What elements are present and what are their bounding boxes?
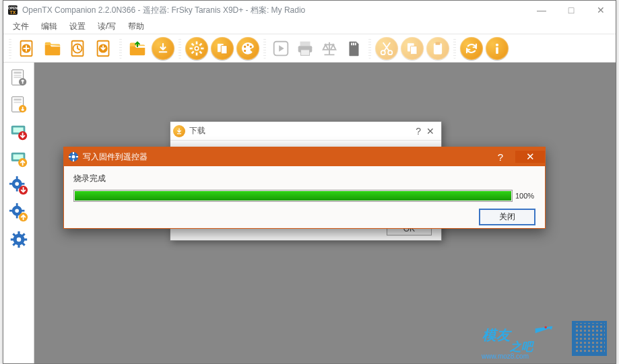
svg-rect-43 [13, 77, 21, 78]
flash-dialog-title: 写入固件到遥控器 [83, 151, 148, 163]
svg-rect-47 [13, 102, 21, 103]
menu-file[interactable]: 文件 [7, 20, 34, 34]
svg-rect-16 [191, 42, 195, 46]
svg-rect-37 [436, 42, 441, 44]
titlebar[interactable]: OPENTX OpenTX Companion 2.2.0N366 - 遥控器:… [3, 1, 616, 20]
flash-progress-bar [73, 190, 513, 202]
svg-rect-59 [21, 183, 24, 185]
download-dialog-help-button[interactable]: ? [416, 126, 421, 137]
new-model-button[interactable] [15, 37, 38, 60]
watermark-qr-code [572, 321, 607, 356]
svg-rect-64 [15, 215, 18, 219]
svg-rect-11 [196, 52, 198, 55]
download-dialog-close-button[interactable]: ✕ [426, 126, 434, 137]
toolbar-separator [178, 38, 181, 59]
left-palette [3, 63, 34, 363]
svg-rect-39 [496, 47, 498, 54]
svg-rect-41 [13, 72, 21, 74]
flash-dialog-close-x-button[interactable]: ✕ [515, 151, 545, 163]
palette-gear-up-icon[interactable] [7, 201, 30, 224]
toolbar-separator [453, 38, 456, 59]
toolbar-separator [368, 38, 371, 59]
flash-progress-fill [75, 191, 511, 201]
recent-button[interactable] [67, 37, 90, 60]
svg-point-22 [247, 44, 249, 46]
toolbar-separator [263, 38, 266, 59]
watermark-logo: 模友 之吧 www.moz8.com [478, 320, 558, 360]
svg-rect-63 [15, 203, 18, 207]
flash-dialog-titlebar[interactable]: 写入固件到遥控器 ? ✕ [64, 147, 545, 166]
minimize-button[interactable]: — [527, 1, 556, 20]
palette-flash-down-icon[interactable] [7, 120, 30, 143]
svg-rect-65 [9, 210, 12, 212]
save-button[interactable] [92, 37, 115, 60]
palette-gear-down-icon[interactable] [7, 174, 30, 197]
svg-text:之吧: 之吧 [509, 340, 535, 353]
download-dialog-titlebar[interactable]: 下载 ? ✕ [170, 122, 441, 141]
window-close-button[interactable]: ✕ [586, 1, 616, 20]
sync-button[interactable] [460, 37, 483, 60]
window-title: OpenTX Companion 2.2.0N366 - 遥控器: FrSky … [22, 5, 305, 16]
svg-rect-66 [21, 210, 24, 212]
paste-button[interactable] [426, 37, 449, 60]
flash-dialog-help-button[interactable]: ? [486, 151, 515, 163]
svg-text:TX: TX [10, 10, 16, 15]
flash-status-text: 烧录完成 [73, 173, 535, 184]
svg-rect-20 [221, 45, 227, 53]
svg-point-67 [15, 209, 19, 213]
svg-rect-30 [353, 42, 354, 45]
maximize-button[interactable]: □ [556, 1, 586, 20]
themes-button[interactable] [236, 37, 259, 60]
svg-point-23 [250, 45, 252, 47]
svg-point-38 [496, 43, 498, 46]
svg-rect-56 [15, 176, 18, 180]
svg-rect-46 [13, 99, 21, 101]
svg-rect-17 [199, 50, 202, 54]
copy-button[interactable] [401, 37, 424, 60]
palette-flash-device-icon[interactable] [7, 147, 30, 170]
svg-rect-10 [196, 41, 198, 44]
svg-rect-26 [300, 41, 311, 46]
app-icon: OPENTX [7, 5, 18, 15]
palette-gear-config-icon[interactable] [7, 228, 30, 251]
playback-button[interactable] [270, 38, 292, 59]
settings-gear-button[interactable] [185, 37, 208, 60]
svg-rect-15 [191, 50, 195, 54]
svg-rect-80 [73, 152, 74, 154]
cut-button[interactable] [375, 37, 398, 60]
download-icon [173, 125, 185, 137]
svg-rect-83 [76, 156, 78, 157]
menu-read-write[interactable]: 读/写 [92, 20, 121, 34]
svg-rect-57 [15, 188, 18, 192]
svg-point-85 [544, 326, 546, 328]
svg-rect-35 [410, 46, 417, 54]
balance-button[interactable] [319, 38, 340, 59]
open-folder-button[interactable] [41, 37, 64, 60]
svg-point-18 [195, 47, 198, 50]
print-button[interactable] [294, 38, 316, 59]
sd-card-button[interactable] [343, 38, 364, 59]
menu-edit[interactable]: 编辑 [36, 20, 63, 34]
about-button[interactable] [486, 37, 509, 60]
svg-rect-14 [199, 42, 202, 46]
svg-rect-72 [10, 238, 13, 240]
menu-settings[interactable]: 设置 [64, 20, 91, 34]
flash-progress-percent: 100% [515, 192, 535, 200]
svg-rect-13 [201, 47, 203, 49]
download-button[interactable] [152, 37, 174, 60]
load-profile-button[interactable] [126, 37, 149, 60]
toolbar [3, 34, 616, 63]
flash-dialog-close-button[interactable]: 关闭 [479, 209, 535, 225]
compare-button[interactable] [211, 37, 234, 60]
svg-rect-12 [190, 47, 193, 49]
svg-text:模友: 模友 [482, 327, 513, 342]
palette-page-preview-alt-icon[interactable] [7, 94, 30, 116]
palette-page-preview-icon[interactable] [7, 67, 30, 89]
svg-rect-58 [9, 183, 12, 185]
menu-help[interactable]: 帮助 [123, 20, 150, 34]
svg-rect-81 [73, 159, 74, 161]
svg-point-33 [388, 50, 392, 54]
svg-rect-71 [18, 245, 20, 248]
svg-point-32 [381, 50, 385, 54]
svg-rect-70 [18, 231, 20, 235]
